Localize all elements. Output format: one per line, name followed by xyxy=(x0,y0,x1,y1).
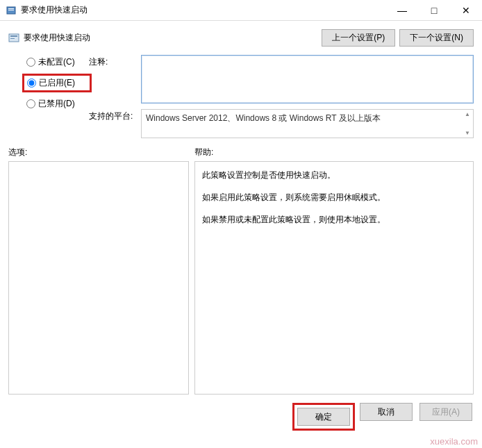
apply-button[interactable]: 应用(A) xyxy=(419,403,472,421)
options-panel xyxy=(8,161,189,395)
header: 要求使用快速启动 上一个设置(P) 下一个设置(N) xyxy=(0,21,482,52)
next-setting-button[interactable]: 下一个设置(N) xyxy=(399,29,474,47)
svg-rect-1 xyxy=(8,8,14,9)
radio-disabled-label: 已禁用(D) xyxy=(38,98,75,110)
policy-icon xyxy=(8,33,19,44)
window-controls: — □ ✕ xyxy=(386,0,482,21)
radio-not-configured[interactable]: 未配置(C) xyxy=(26,56,89,68)
highlight-enabled: 已启用(E) xyxy=(22,74,92,92)
help-p3: 如果禁用或未配置此策略设置，则使用本地设置。 xyxy=(202,213,466,226)
help-label: 帮助: xyxy=(194,147,213,158)
prev-setting-button[interactable]: 上一个设置(P) xyxy=(322,29,395,47)
radio-group: 未配置(C) 已启用(E) 已禁用(D) xyxy=(26,55,89,138)
help-p2: 如果启用此策略设置，则系统需要启用休眠模式。 xyxy=(202,191,466,204)
radio-disabled[interactable]: 已禁用(D) xyxy=(26,98,89,110)
options-label: 选项: xyxy=(8,147,194,158)
comment-textarea[interactable] xyxy=(141,55,474,103)
comment-label: 注释: xyxy=(89,55,141,103)
platform-box: Windows Server 2012、Windows 8 或 Windows … xyxy=(141,109,474,138)
cancel-button[interactable]: 取消 xyxy=(360,403,413,421)
fields-column: 注释: 支持的平台: Windows Server 2012、Windows 8… xyxy=(89,55,474,138)
policy-title: 要求使用快速启动 xyxy=(24,32,322,44)
window-title: 要求使用快速启动 xyxy=(21,4,386,16)
footer: 确定 取消 应用(A) xyxy=(0,395,482,439)
svg-rect-2 xyxy=(8,10,14,10)
svg-rect-4 xyxy=(10,35,17,37)
platform-text: Windows Server 2012、Windows 8 或 Windows … xyxy=(146,113,381,123)
radio-enabled-label: 已启用(E) xyxy=(39,77,75,89)
panels: 此策略设置控制是否使用快速启动。 如果启用此策略设置，则系统需要启用休眠模式。 … xyxy=(0,161,482,395)
section-labels: 选项: 帮助: xyxy=(0,138,482,161)
minimize-button[interactable]: — xyxy=(386,0,418,21)
radio-not-configured-label: 未配置(C) xyxy=(38,56,75,68)
ok-button[interactable]: 确定 xyxy=(297,408,350,426)
config-section: 未配置(C) 已启用(E) 已禁用(D) 注释: 支持的平台: Windows … xyxy=(0,52,482,138)
app-icon xyxy=(6,5,17,16)
scroll-up-icon: ▲ xyxy=(465,111,470,117)
maximize-button[interactable]: □ xyxy=(418,0,450,21)
radio-enabled[interactable]: 已启用(E) xyxy=(27,77,87,89)
svg-rect-5 xyxy=(10,38,15,39)
svg-rect-3 xyxy=(9,34,19,42)
radio-not-configured-input[interactable] xyxy=(26,58,35,67)
help-panel: 此策略设置控制是否使用快速启动。 如果启用此策略设置，则系统需要启用休眠模式。 … xyxy=(194,161,474,395)
highlight-ok: 确定 xyxy=(292,403,355,431)
radio-enabled-input[interactable] xyxy=(27,78,36,88)
scroll-down-icon: ▼ xyxy=(465,130,470,136)
radio-disabled-input[interactable] xyxy=(26,99,35,108)
help-p1: 此策略设置控制是否使用快速启动。 xyxy=(202,169,466,181)
platform-label: 支持的平台: xyxy=(89,109,141,138)
titlebar: 要求使用快速启动 — □ ✕ xyxy=(0,0,482,21)
platform-scroll[interactable]: ▲ ▼ xyxy=(462,110,473,138)
close-button[interactable]: ✕ xyxy=(450,0,482,21)
